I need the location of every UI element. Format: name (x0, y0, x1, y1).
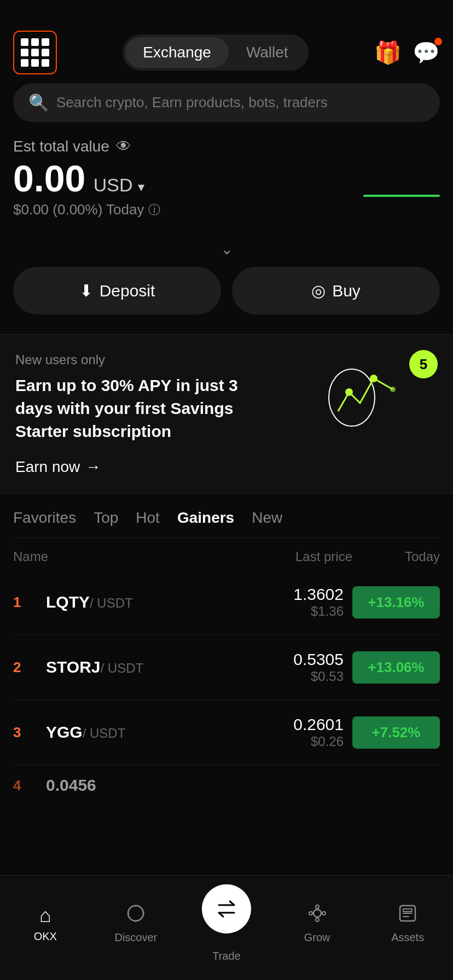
search-icon: 🔍 (28, 93, 49, 112)
col-today-header: Today (352, 549, 440, 564)
market-tabs: Favorites Top Hot Gainers New (13, 494, 440, 538)
promo-chart-graphic (311, 362, 409, 428)
promo-title: Earn up to 30% APY in just 3 days with y… (15, 374, 245, 443)
coin-row-ygg[interactable]: 3 YGG/ USDT 0.2601 $0.26 +7.52% (13, 700, 440, 765)
grow-icon (307, 903, 327, 928)
menu-button[interactable] (13, 31, 57, 74)
discover-icon (126, 903, 146, 928)
gift-icon[interactable]: 🎁 (374, 40, 402, 66)
deposit-icon: ⬇ (79, 281, 93, 300)
coin-symbol-storj: STORJ/ USDT (46, 658, 143, 676)
header: Exchange Wallet 🎁 💬 (0, 0, 453, 83)
coin-info-lqty: LQTY/ USDT (46, 593, 195, 611)
exchange-wallet-tabs: Exchange Wallet (123, 34, 308, 71)
coin-info-storj: STORJ/ USDT (46, 658, 195, 676)
balance-row: 0.00 USD ▾ (13, 160, 440, 197)
nav-trade-label: Trade (212, 950, 241, 962)
header-icons: 🎁 💬 (374, 40, 440, 66)
deposit-button[interactable]: ⬇ Deposit (13, 267, 221, 314)
assets-icon (398, 903, 417, 928)
action-buttons: ⬇ Deposit ◎ Buy (0, 267, 453, 334)
coin-rank-1: 1 (13, 594, 35, 611)
portfolio-section: Est total value 👁 0.00 USD ▾ $0.00 (0.00… (0, 137, 453, 231)
nav-okx-label: OKX (34, 930, 57, 943)
search-bar[interactable]: 🔍 (13, 83, 440, 122)
coin-row-lqty[interactable]: 1 LQTY/ USDT 1.3602 $1.36 +13.16% (13, 570, 440, 635)
table-header: Name Last price Today (13, 538, 440, 570)
trade-icon (214, 897, 239, 921)
svg-point-9 (322, 912, 326, 915)
nav-assets-label: Assets (391, 931, 424, 944)
coin-rank-2: 2 (13, 659, 35, 676)
nav-trade[interactable]: Trade (181, 884, 272, 962)
coin-row-partial: 4 0.0456 (13, 765, 440, 795)
currency-arrow[interactable]: ▾ (138, 179, 144, 194)
coin-rank-3: 3 (13, 724, 35, 741)
coin-info-ygg: YGG/ USDT (46, 723, 195, 742)
exchange-tab[interactable]: Exchange (125, 37, 229, 68)
eye-icon[interactable]: 👁 (116, 137, 131, 155)
coin-change-storj: +13.06% (352, 651, 440, 684)
nav-grow-label: Grow (304, 931, 330, 944)
search-input[interactable] (56, 94, 425, 111)
nav-discover[interactable]: Discover (91, 903, 182, 944)
balance-amount: 0.00 (13, 158, 85, 199)
earn-now-link[interactable]: Earn now → (15, 458, 101, 476)
tab-top[interactable]: Top (94, 509, 118, 527)
coin-price-ygg: 0.2601 $0.26 (195, 715, 344, 749)
tab-favorites[interactable]: Favorites (13, 509, 76, 527)
coin-row-storj[interactable]: 2 STORJ/ USDT 0.5305 $0.53 +13.06% (13, 635, 440, 700)
svg-point-2 (370, 375, 378, 382)
today-change: $0.00 (0.00%) Today ⓘ (13, 201, 440, 218)
svg-point-3 (390, 387, 396, 392)
bottom-nav: ⌂ OKX Discover Trade G (0, 875, 453, 980)
svg-point-1 (345, 388, 353, 396)
nav-okx[interactable]: ⌂ OKX (0, 904, 91, 943)
balance-currency: USD ▾ (94, 174, 144, 195)
promo-badge: 5 (409, 350, 438, 378)
coin-change-ygg: +7.52% (352, 716, 440, 749)
coin-price-lqty: 1.3602 $1.36 (195, 585, 344, 619)
tab-gainers[interactable]: Gainers (177, 509, 234, 527)
coin-info-partial: 0.0456 (46, 776, 440, 795)
coin-price-storj: 0.5305 $0.53 (195, 650, 344, 684)
coin-symbol-ygg: YGG/ USDT (46, 723, 125, 741)
est-total-label: Est total value 👁 (13, 137, 440, 155)
coin-change-lqty: +13.16% (352, 586, 440, 619)
tab-new[interactable]: New (252, 509, 282, 527)
svg-rect-11 (403, 909, 412, 912)
coin-symbol-lqty: LQTY/ USDT (46, 593, 133, 611)
wallet-tab[interactable]: Wallet (229, 37, 306, 68)
promo-banner: 5 New users only Earn up to 30% APY in j… (0, 334, 453, 493)
nav-assets[interactable]: Assets (362, 903, 453, 944)
expand-chevron[interactable]: ⌄ (0, 231, 453, 267)
buy-icon: ◎ (311, 281, 326, 300)
info-icon[interactable]: ⓘ (148, 202, 160, 218)
balance-display: 0.00 USD ▾ (13, 160, 144, 197)
svg-point-7 (316, 918, 319, 921)
home-icon: ⌂ (39, 904, 51, 927)
svg-point-6 (316, 905, 319, 908)
svg-point-5 (313, 909, 321, 917)
col-price-header: Last price (183, 549, 352, 564)
trade-button[interactable] (202, 884, 251, 934)
coin-symbol-partial: 0.0456 (46, 776, 96, 794)
svg-point-8 (309, 912, 312, 915)
nav-grow[interactable]: Grow (272, 903, 363, 944)
nav-discover-label: Discover (114, 931, 157, 944)
market-section: Favorites Top Hot Gainers New Name Last … (0, 493, 453, 795)
coin-rank-4: 4 (13, 777, 35, 794)
tab-hot[interactable]: Hot (136, 509, 160, 527)
svg-point-0 (329, 369, 375, 426)
svg-point-4 (128, 906, 143, 921)
balance-chart-line (363, 195, 440, 197)
col-name-header: Name (13, 549, 183, 564)
buy-button[interactable]: ◎ Buy (232, 267, 440, 314)
chat-icon[interactable]: 💬 (413, 40, 440, 66)
grid-icon (21, 38, 49, 67)
chat-badge (434, 38, 442, 45)
